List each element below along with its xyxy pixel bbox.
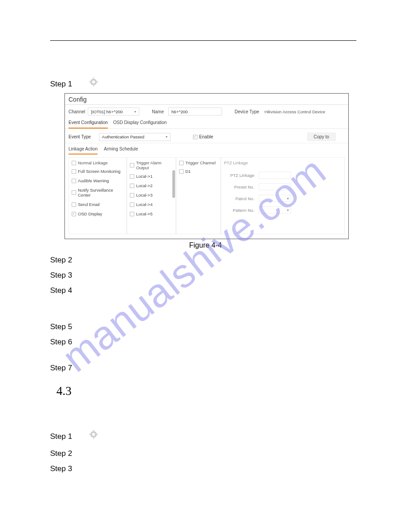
svg-rect-3 [93,85,94,86]
row-channel: Channel [IOT01] h6+^200 ▾ Name h6+^200 D… [65,105,348,118]
subtab-arming-schedule[interactable]: Arming Schedule [104,145,138,154]
ptz-linkage-label: PTZ Linkage [227,173,254,178]
step-b-1: Step 1 [50,432,72,441]
opt-label: Notify Surveillance Center [78,188,124,197]
row-event-type: Event Type Authentication Passed ▾ Enabl… [65,129,348,143]
event-type-label: Event Type [68,134,91,139]
patrol-no-select[interactable]: ▾ [259,195,291,202]
device-type-value: Hikvision Access Control Device [265,109,325,114]
chevron-down-icon: ▾ [287,197,289,201]
enable-checkbox[interactable] [193,135,197,139]
page-rule [50,40,356,41]
opt-label: Local->2 [136,183,153,188]
opt-label: Send Email [78,202,100,207]
svg-rect-2 [93,77,94,79]
name-label: Name [152,109,164,114]
chevron-down-icon: ▾ [134,110,136,114]
channel-value: [IOT01] h6+^200 [91,109,123,114]
local-5-checkbox[interactable] [130,212,134,216]
section-number: 4.3 [56,384,72,398]
step-b-2: Step 2 [50,449,72,458]
svg-rect-11 [96,434,98,435]
opt-label: Local->5 [136,211,153,216]
opt-label: OSD Display [78,211,102,216]
opt-label: Local->4 [136,202,153,207]
copy-to-button[interactable]: Copy to [307,133,336,141]
step-a-2: Step 2 [50,256,72,265]
svg-rect-5 [96,82,98,82]
scrollbar[interactable] [172,170,175,231]
chevron-down-icon: ▾ [166,135,167,139]
opt-full-screen-checkbox[interactable] [72,169,76,174]
svg-point-1 [92,81,95,83]
figure-caption: Figure 4-4 [0,241,411,249]
d1-checkbox[interactable] [179,169,184,174]
pattern-no-label: Pattern No. [227,208,254,213]
step-a-1: Step 1 [50,80,72,89]
col-trigger-alarm-output: Trigger Alarm Output Local->1 Local->2 L… [127,157,176,234]
svg-rect-10 [89,434,91,435]
normal-linkage-header: Normal Linkage [78,160,108,165]
ptz-linkage-select[interactable] [259,172,291,179]
tab-osd-display-configuration[interactable]: OSD Display Configuration [113,118,167,129]
opt-label: Local->3 [136,193,153,197]
gear-icon [89,429,98,439]
name-value: h6+^200 [171,109,188,114]
local-3-checkbox[interactable] [130,193,134,197]
normal-linkage-checkbox[interactable] [72,161,76,165]
step-a-6: Step 6 [50,338,72,347]
col-normal-linkage: Normal Linkage Full Screen Monitoring Au… [68,157,127,234]
main-tabs: Event Configuration OSD Display Configur… [65,118,348,129]
sub-tabs: Linkage Action Arming Schedule [65,143,348,154]
patrol-no-label: Patrol No. [227,196,254,201]
event-type-select[interactable]: Authentication Passed ▾ [99,133,171,141]
svg-rect-9 [93,437,94,439]
step-a-4: Step 4 [50,286,72,295]
opt-send-email-checkbox[interactable] [72,202,76,207]
col-trigger-channel: Trigger Channel D1 [176,157,221,234]
preset-no-select[interactable] [259,183,291,190]
opt-label: Local->1 [136,174,153,179]
scrollbar-thumb[interactable] [172,170,175,198]
opt-audible-warning-checkbox[interactable] [72,179,76,183]
local-2-checkbox[interactable] [130,184,134,188]
opt-label: Audible Warning [78,178,109,183]
config-panel: Config Channel [IOT01] h6+^200 ▾ Name h6… [64,93,349,239]
device-type-label: Device Type [235,109,259,114]
col-ptz-linkage: PTZ Linkage PTZ Linkage Preset No. Patro… [221,157,345,234]
enable-label: Enable [199,134,213,139]
trigger-channel-checkbox[interactable] [179,161,184,165]
svg-point-7 [92,433,95,436]
opt-osd-display-checkbox[interactable] [72,212,76,216]
channel-select[interactable]: [IOT01] h6+^200 ▾ [88,107,139,116]
opt-label: Full Screen Monitoring [78,169,120,174]
trigger-alarm-header: Trigger Alarm Output [136,160,173,170]
preset-no-label: Preset No. [227,184,254,189]
trigger-alarm-checkbox[interactable] [130,163,134,167]
event-type-value: Authentication Passed [102,134,145,139]
local-1-checkbox[interactable] [130,174,134,179]
step-b-3: Step 3 [50,464,72,473]
panel-title: Config [65,94,348,105]
svg-rect-8 [93,430,94,432]
step-a-3: Step 3 [50,271,72,280]
trigger-channel-header: Trigger Channel [185,160,216,165]
name-input[interactable]: h6+^200 [168,107,222,116]
svg-rect-4 [89,82,91,82]
chevron-down-icon: ▾ [287,208,289,212]
local-4-checkbox[interactable] [130,202,134,207]
subtab-linkage-action[interactable]: Linkage Action [68,145,98,154]
gear-icon [89,77,98,87]
linkage-body: Normal Linkage Full Screen Monitoring Au… [65,154,348,238]
tab-event-configuration[interactable]: Event Configuration [68,118,108,129]
pattern-no-select[interactable]: ▾ [259,206,291,214]
opt-label: D1 [185,169,191,174]
ptz-linkage-header: PTZ Linkage [224,160,248,165]
step-a-7: Step 7 [50,364,72,373]
channel-label: Channel [68,109,85,114]
opt-notify-checkbox[interactable] [72,190,76,195]
step-a-5: Step 5 [50,322,72,331]
